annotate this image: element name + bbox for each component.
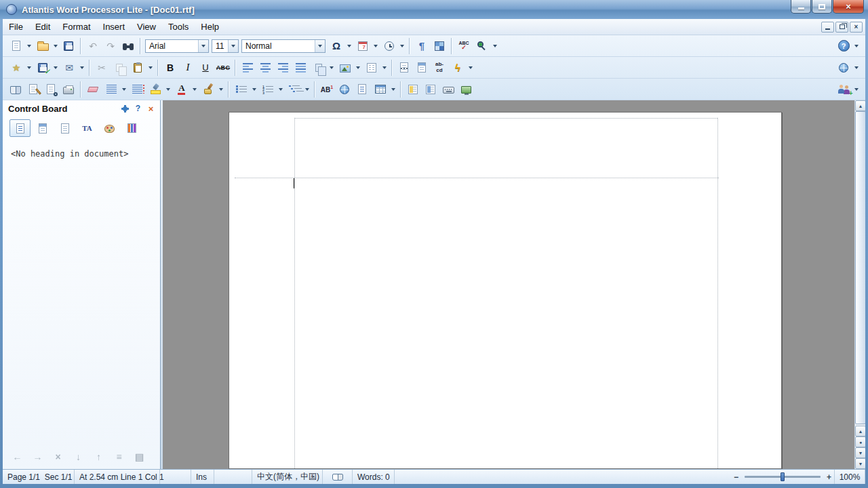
spellcheck-button[interactable]: ABC✓ <box>455 37 473 55</box>
autocorrect-button[interactable]: ϟ <box>449 59 467 77</box>
insert-symbol-button[interactable]: Ω <box>328 37 345 55</box>
font-color-button[interactable]: A <box>173 81 191 98</box>
email-dropdown[interactable] <box>78 59 85 77</box>
insert-date-dropdown[interactable] <box>372 37 379 55</box>
vertical-scrollbar[interactable]: ▲ ▲ ● ▼ ▼ <box>854 100 865 469</box>
browse-select-button[interactable]: ● <box>855 436 865 447</box>
new-document-button[interactable] <box>7 37 25 55</box>
save-button[interactable] <box>60 37 77 55</box>
clipbook-tab[interactable] <box>121 119 142 137</box>
insert-table-dropdown[interactable] <box>389 81 397 98</box>
undo-button[interactable]: ↶ <box>84 37 102 55</box>
layout-left-column-button[interactable] <box>404 81 422 98</box>
columns-button[interactable] <box>363 59 380 77</box>
bullet-list-button[interactable] <box>233 81 250 98</box>
highlight-button[interactable] <box>146 81 164 98</box>
titlebar[interactable]: Atlantis Word Processor Lite - [Doc01.rt… <box>0 0 868 19</box>
page-indicator[interactable]: Page 1/1 Sec 1/1 <box>3 470 75 484</box>
redo-button[interactable]: ↷ <box>102 37 119 55</box>
format-brush-button[interactable] <box>199 81 217 98</box>
insert-date-button[interactable] <box>354 37 372 55</box>
italic-button[interactable]: I <box>179 59 197 77</box>
font-color-dropdown[interactable] <box>191 81 198 98</box>
app-icon[interactable] <box>6 4 17 15</box>
dictionary-indicator[interactable] <box>323 470 353 484</box>
prev-heading-button[interactable]: ← <box>8 449 26 465</box>
print-preview-button[interactable] <box>42 81 60 98</box>
maximize-button[interactable] <box>812 0 832 14</box>
highlight-dropdown[interactable] <box>164 81 172 98</box>
find-button[interactable] <box>119 37 137 55</box>
line-spacing-dropdown[interactable] <box>120 81 127 98</box>
format-painter-dropdown[interactable] <box>328 59 335 77</box>
page-break-button[interactable] <box>395 59 413 77</box>
help-button[interactable]: ? <box>835 37 852 55</box>
menu-edit[interactable]: Edit <box>29 20 56 34</box>
hot-styles-tab[interactable] <box>32 119 53 137</box>
numbered-list-dropdown[interactable] <box>277 81 284 98</box>
edit-mode-button[interactable] <box>24 81 42 98</box>
menu-help[interactable]: Help <box>195 20 225 34</box>
align-center-button[interactable] <box>256 59 274 77</box>
control-board-help-button[interactable]: ? <box>133 104 143 114</box>
minimize-button[interactable] <box>791 0 811 14</box>
font-name-select[interactable]: Arial <box>145 39 209 53</box>
align-left-button[interactable] <box>239 59 256 77</box>
align-justify-button[interactable] <box>292 59 309 77</box>
web-resources-dropdown[interactable] <box>852 59 860 77</box>
footnote-button[interactable]: AB1 <box>318 81 336 98</box>
bold-button[interactable]: B <box>161 59 179 77</box>
scroll-up-button[interactable]: ▲ <box>855 100 865 111</box>
doc-minimize-button[interactable] <box>821 22 834 33</box>
font-size-dropdown[interactable] <box>228 40 238 52</box>
copy-button[interactable] <box>111 59 128 77</box>
font-size-select[interactable]: 11 <box>212 39 239 53</box>
paragraph-style-dropdown[interactable] <box>315 40 325 52</box>
paste-button[interactable] <box>129 59 146 77</box>
insert-field-button[interactable] <box>353 81 371 98</box>
favorites-button[interactable]: ★ <box>7 59 25 77</box>
scrollbar-thumb[interactable] <box>855 111 865 424</box>
format-painter-button[interactable] <box>310 59 328 77</box>
cut-button[interactable]: ✂ <box>93 59 111 77</box>
insert-picture-dropdown[interactable] <box>354 59 361 77</box>
menu-tools[interactable]: Tools <box>162 20 195 34</box>
header-footer-button[interactable] <box>413 59 431 77</box>
outline-list-dropdown[interactable] <box>303 81 311 98</box>
layout-blue-column-button[interactable] <box>422 81 439 98</box>
hot-phrases-tab[interactable] <box>54 119 75 137</box>
format-brush-dropdown[interactable] <box>217 81 224 98</box>
paragraph-style-select[interactable]: Normal <box>241 39 326 53</box>
delete-heading-button[interactable]: × <box>49 449 67 465</box>
bullet-list-dropdown[interactable] <box>250 81 258 98</box>
library-button[interactable] <box>7 81 24 98</box>
print-button[interactable] <box>60 81 77 98</box>
document-page[interactable] <box>229 112 782 469</box>
save-special-dropdown[interactable] <box>52 59 59 77</box>
hyphenation-button[interactable]: ab-cd <box>431 59 448 77</box>
menu-view[interactable]: View <box>131 20 162 34</box>
accounts-button[interactable]: + <box>835 81 852 98</box>
menu-insert[interactable]: Insert <box>97 20 132 34</box>
help-dropdown[interactable] <box>852 37 860 55</box>
grid-view-button[interactable]: ▤ <box>130 449 149 465</box>
menu-format[interactable]: Format <box>56 20 96 34</box>
paste-dropdown[interactable] <box>146 59 154 77</box>
email-button[interactable]: ✉ <box>60 59 78 77</box>
headings-tab[interactable] <box>9 119 31 137</box>
view-panes-button[interactable] <box>431 37 448 55</box>
zoom-slider-thumb[interactable] <box>781 472 785 481</box>
strikethrough-button[interactable]: ABC <box>214 59 232 77</box>
hot-colors-tab[interactable] <box>99 119 120 137</box>
next-heading-button[interactable]: → <box>28 449 47 465</box>
line-spacing-button[interactable] <box>102 81 120 98</box>
onscreen-keyboard-button[interactable] <box>439 81 457 98</box>
control-board-settings-button[interactable] <box>120 104 130 114</box>
doc-close-button[interactable]: × <box>850 22 863 33</box>
language-indicator[interactable]: 中文(简体，中国) <box>252 470 323 484</box>
accounts-dropdown[interactable] <box>852 81 860 98</box>
web-resources-button[interactable] <box>835 59 852 77</box>
doc-restore-button[interactable] <box>835 22 848 33</box>
insert-table-button[interactable] <box>372 81 389 98</box>
zoom-level-indicator[interactable]: 100% <box>834 470 865 484</box>
